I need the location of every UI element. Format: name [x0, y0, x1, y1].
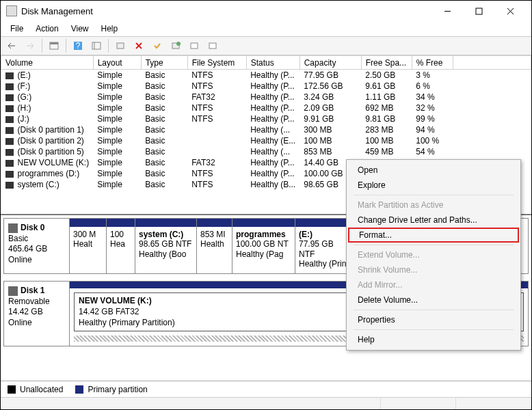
table-cell: Healthy (... [246, 146, 300, 157]
settings-button[interactable] [88, 38, 105, 53]
disk0-partition[interactable]: 100Hea [107, 219, 135, 273]
statusbar [1, 397, 531, 409]
table-cell: Simple [93, 92, 141, 102]
table-cell: Healthy (P... [246, 92, 300, 102]
help-button[interactable]: ? [70, 38, 86, 53]
table-cell: 77.95 GB [300, 70, 361, 81]
table-cell [453, 113, 531, 124]
svg-point-14 [176, 42, 181, 46]
table-cell: NTFS [187, 168, 246, 179]
svg-rect-10 [117, 43, 124, 49]
menu-help[interactable]: Help [96, 23, 124, 35]
context-menu-explore[interactable]: Explore [348, 178, 519, 193]
partition-size: 100.00 GB NT [236, 239, 291, 249]
table-row[interactable]: (J:)SimpleBasicNTFSHealthy (P...9.91 GB9… [1, 113, 531, 124]
table-cell: NTFS [187, 102, 246, 113]
partition-name: system (C:) [139, 230, 193, 239]
partition-stripe [135, 219, 196, 227]
refresh-button[interactable] [186, 38, 202, 53]
partition-body: 300 MHealt [70, 227, 106, 273]
statusbar-cell [381, 398, 456, 409]
table-cell: 34 % [412, 92, 453, 102]
context-menu-properties[interactable]: Properties [348, 312, 519, 327]
disk0-partition[interactable]: 300 MHealt [70, 219, 107, 273]
disk0-partition[interactable]: system (C:)98.65 GB NTFHealthy (Boo [135, 219, 197, 273]
disk1-info[interactable]: Disk 1 Removable 14.42 GB Online [4, 282, 70, 346]
col-capacity[interactable]: Capacity [300, 56, 361, 70]
more-button[interactable] [204, 38, 221, 53]
partition-size: 77.95 GB NTF [299, 239, 349, 259]
titlebar: Disk Management [1, 1, 531, 21]
partition-body: 853 MIHealth [197, 227, 232, 273]
check-button[interactable] [149, 38, 165, 53]
table-row[interactable]: (H:)SimpleBasicNTFSHealthy (P...2.09 GB6… [1, 102, 531, 113]
menubar: File Action View Help [1, 21, 531, 36]
disk0-size: 465.64 GB [8, 244, 65, 255]
legend-swatch-black [8, 385, 16, 394]
table-cell: 32 % [412, 102, 453, 113]
minimize-button[interactable] [431, 1, 463, 21]
partition-name: (E:) [299, 230, 349, 239]
table-cell [187, 135, 246, 146]
col-type[interactable]: Type [141, 56, 187, 70]
context-menu: OpenExploreMark Partition as ActiveChang… [346, 159, 521, 351]
table-cell: Healthy (P... [246, 168, 300, 179]
table-cell [187, 146, 246, 157]
col-volume[interactable]: Volume [1, 56, 94, 70]
menu-action[interactable]: Action [30, 23, 64, 35]
statusbar-cell [456, 398, 531, 409]
forward-button[interactable] [22, 38, 38, 53]
context-menu-separator [354, 195, 514, 195]
partition-size: 300 M [73, 230, 103, 239]
context-menu-separator [354, 329, 514, 330]
disk1-size: 14.42 GB [8, 307, 65, 318]
disk0-info[interactable]: Disk 0 Basic 465.64 GB Online [4, 219, 70, 273]
context-menu-open[interactable]: Open [348, 163, 519, 178]
table-cell: (H:) [1, 102, 94, 113]
maximize-button[interactable] [463, 1, 494, 21]
legend-primary: Primary partition [75, 385, 147, 394]
disk0-partition[interactable]: programmes100.00 GB NTHealthy (Pag [232, 219, 295, 273]
partition-stripe [295, 219, 352, 227]
col-filesystem[interactable]: File System [187, 56, 246, 70]
disk0-partition[interactable]: 853 MIHealth [197, 219, 232, 273]
partition-body: 100Hea [107, 227, 135, 273]
table-cell: 300 MB [300, 124, 361, 135]
view-button[interactable] [46, 38, 62, 53]
table-row[interactable]: (Disk 0 partition 2)SimpleBasicHealthy (… [1, 135, 531, 146]
table-row[interactable]: (G:)SimpleBasicFAT32Healthy (P...3.24 GB… [1, 92, 531, 102]
close-button[interactable] [494, 1, 526, 21]
col-layout[interactable]: Layout [93, 56, 141, 70]
partition-status: Hea [110, 239, 131, 249]
back-button[interactable] [3, 38, 20, 53]
context-menu-format[interactable]: Format... [348, 228, 519, 243]
table-row[interactable]: (Disk 0 partition 1)SimpleBasicHealthy (… [1, 124, 531, 135]
col-pctfree[interactable]: % Free [412, 56, 453, 70]
table-cell: 2.50 GB [361, 70, 412, 81]
menu-view[interactable]: View [66, 23, 94, 35]
disk0-type: Basic [8, 234, 65, 245]
svg-rect-16 [209, 43, 216, 49]
table-row[interactable]: (Disk 0 partition 5)SimpleBasicHealthy (… [1, 146, 531, 157]
context-menu-change-drive-letter-and-paths[interactable]: Change Drive Letter and Paths... [348, 213, 519, 228]
table-cell: NTFS [187, 113, 246, 124]
context-menu-delete-volume[interactable]: Delete Volume... [348, 292, 519, 308]
statusbar-cell [1, 398, 381, 409]
properties-button[interactable] [112, 38, 129, 53]
table-cell: Basic [141, 135, 187, 146]
delete-button[interactable] [131, 38, 147, 53]
table-row[interactable]: (E:)SimpleBasicNTFSHealthy (P...77.95 GB… [1, 70, 531, 81]
window-title: Disk Management [21, 6, 431, 16]
col-status[interactable]: Status [246, 56, 300, 70]
col-free[interactable]: Free Spa... [361, 56, 412, 70]
table-row[interactable]: (F:)SimpleBasicNTFSHealthy (P...172.56 G… [1, 81, 531, 92]
svg-text:?: ? [76, 41, 81, 51]
table-cell: Basic [141, 124, 187, 135]
disk0-partition[interactable]: (E:)77.95 GB NTFHealthy (Prin [295, 219, 353, 273]
table-cell: Simple [93, 102, 141, 113]
context-menu-help[interactable]: Help [348, 332, 519, 347]
menu-file[interactable]: File [5, 23, 29, 35]
new-button[interactable] [168, 38, 184, 53]
partition-stripe [197, 219, 232, 227]
toolbar-separator [66, 39, 66, 53]
